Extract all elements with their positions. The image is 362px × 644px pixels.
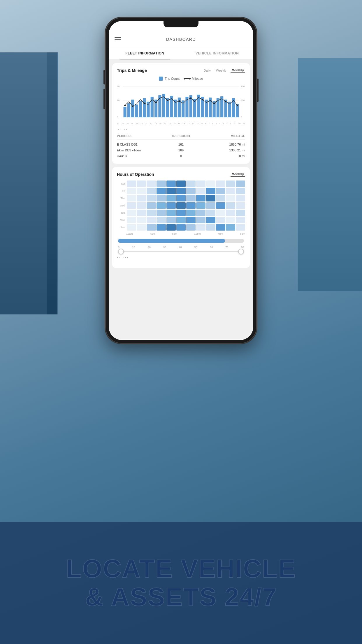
slider-bar xyxy=(118,239,244,243)
heatmap-cell xyxy=(186,224,196,231)
svg-rect-37 xyxy=(232,98,235,117)
heatmap-cell xyxy=(176,224,186,231)
heatmap-cell xyxy=(147,202,156,209)
heatmap-cell xyxy=(137,210,146,216)
heatmap-cell xyxy=(137,217,146,223)
heatmap-cell xyxy=(137,202,146,209)
heatmap-cell xyxy=(157,210,166,216)
svg-rect-11 xyxy=(131,100,134,117)
heatmap-cell xyxy=(176,210,186,216)
heatmap-row-mon xyxy=(127,217,245,223)
heatmap-cell xyxy=(176,181,186,187)
svg-point-44 xyxy=(178,100,180,102)
heatmap-cell xyxy=(236,195,245,201)
svg-point-41 xyxy=(144,103,145,104)
heatmap-cell xyxy=(216,224,225,231)
heatmap-cell xyxy=(147,195,156,201)
svg-point-48 xyxy=(225,101,226,102)
heatmap-cell xyxy=(196,188,205,194)
tab-fleet[interactable]: FLEET INFORMATION xyxy=(109,47,181,59)
heatmap-cell xyxy=(216,217,225,223)
heatmap-cell xyxy=(127,188,136,194)
day-thu: Thu xyxy=(117,195,125,201)
menu-icon[interactable] xyxy=(115,37,121,41)
legend-trip-count: Trip Count xyxy=(159,77,180,81)
data-table: VEHICLES TRIP COUNT MILEAGE E CLASS DB1 … xyxy=(117,135,245,159)
slider-thumb-left[interactable] xyxy=(118,249,124,254)
heatmap-cell xyxy=(196,224,205,231)
heatmap-row-tue xyxy=(127,210,245,216)
app-content[interactable]: Trips & Mileage Daily Weekly Monthly Tri… xyxy=(109,60,253,339)
container-panel-right xyxy=(298,58,362,291)
heatmap-cell xyxy=(166,202,176,209)
heatmap-cell xyxy=(166,181,176,187)
heatmap-cell xyxy=(127,195,136,201)
hours-tab-monthly[interactable]: Monthly xyxy=(231,172,245,177)
chart-area: 20 10 0 400 200 0 xyxy=(117,84,245,121)
heatmap-cell xyxy=(186,181,196,187)
heatmap-days: Sat Fri Thu Wed Tue Mon Sun xyxy=(117,181,125,231)
day-sun: Sun xyxy=(117,224,125,231)
svg-point-39 xyxy=(124,105,126,106)
tab-weekly[interactable]: Weekly xyxy=(215,68,228,73)
heatmap-cell xyxy=(127,181,136,187)
heatmap-cell xyxy=(216,210,225,216)
slider-thumb-right[interactable] xyxy=(238,249,244,254)
heatmap-cell xyxy=(196,217,205,223)
time-label-8am: 8am xyxy=(172,232,177,235)
heatmap-cell xyxy=(236,181,245,187)
volume-down-button[interactable] xyxy=(103,89,105,109)
day-mon: Mon xyxy=(117,217,125,223)
day-fri: Fri xyxy=(117,188,125,194)
svg-rect-18 xyxy=(158,95,161,117)
svg-text:400: 400 xyxy=(241,85,245,88)
svg-rect-19 xyxy=(162,94,165,117)
heatmap-cell xyxy=(166,195,176,201)
heatmap-row-sun xyxy=(127,224,245,231)
tab-monthly[interactable]: Monthly xyxy=(231,68,245,73)
hours-operation-card: Hours of Operation Monthly Sat Fri Thu W… xyxy=(112,167,250,268)
heatmap-cell xyxy=(186,202,196,209)
svg-rect-12 xyxy=(135,105,138,117)
heatmap-cell xyxy=(137,188,146,194)
vehicle-wave-icon-bottom2: 〰 xyxy=(123,256,128,261)
heatmap-cell xyxy=(196,195,205,201)
vehicle-icons-row: 〰 〰 xyxy=(117,127,245,132)
legend-trip-count-icon xyxy=(159,77,163,81)
slider-scale: 01020304050607080 xyxy=(118,246,244,249)
svg-text:10: 10 xyxy=(117,99,120,102)
bar-line-chart: 20 10 0 400 200 0 xyxy=(117,84,245,121)
heatmap-cell xyxy=(206,181,215,187)
svg-rect-13 xyxy=(139,101,142,117)
heatmap-cell xyxy=(216,188,225,194)
heatmap-row-sat xyxy=(127,181,245,187)
heatmap-cell xyxy=(157,188,166,194)
heatmap-cell xyxy=(206,210,215,216)
heatmap-cell xyxy=(157,195,166,201)
heatmap-container: Sat Fri Thu Wed Tue Mon Sun xyxy=(117,181,245,235)
heatmap-cell xyxy=(216,195,225,201)
svg-rect-15 xyxy=(147,102,150,117)
legend-mileage-icon xyxy=(184,78,190,79)
vehicle-wave-icon2: 〰 xyxy=(123,127,128,132)
col-header-vehicles: VEHICLES xyxy=(117,135,162,138)
slider-track[interactable] xyxy=(118,251,244,252)
heatmap-cell xyxy=(236,202,245,209)
table-row: Ekim DB3 v1den 169 1305.21 mi xyxy=(117,147,245,153)
vehicle-wave-icon-bottom: 〰 xyxy=(117,256,122,261)
heatmap-cell xyxy=(206,224,215,231)
tab-daily[interactable]: Daily xyxy=(203,68,212,73)
heatmap-time-labels: 12am 4am 8am 12pm 4pm 8pm xyxy=(117,232,245,235)
tab-vehicle[interactable]: VEHICLE INFORMATION xyxy=(181,47,253,59)
heatmap-cell xyxy=(226,202,235,209)
volume-up-button[interactable] xyxy=(103,70,105,84)
heatmap-cell xyxy=(196,210,205,216)
heatmap-cell xyxy=(216,202,225,209)
heatmap-cell xyxy=(147,188,156,194)
time-label-4pm: 4pm xyxy=(218,232,223,235)
heatmap-cell xyxy=(127,224,136,231)
svg-point-46 xyxy=(202,99,203,100)
svg-rect-14 xyxy=(143,98,146,117)
heatmap-cell xyxy=(137,224,146,231)
power-button[interactable] xyxy=(257,79,259,102)
